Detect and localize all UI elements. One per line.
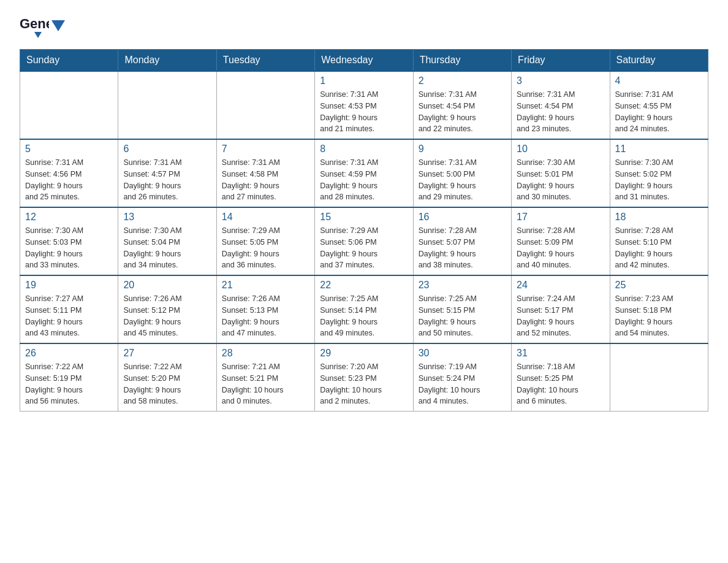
calendar-cell: 10Sunrise: 7:30 AM Sunset: 5:01 PM Dayli… [512, 139, 610, 207]
day-info: Sunrise: 7:18 AM Sunset: 5:25 PM Dayligh… [517, 361, 604, 407]
logo-icon: General [20, 15, 49, 38]
day-info: Sunrise: 7:29 AM Sunset: 5:06 PM Dayligh… [320, 225, 408, 271]
day-info: Sunrise: 7:25 AM Sunset: 5:14 PM Dayligh… [320, 293, 408, 339]
day-info: Sunrise: 7:26 AM Sunset: 5:12 PM Dayligh… [123, 293, 211, 339]
day-info: Sunrise: 7:31 AM Sunset: 4:54 PM Dayligh… [419, 89, 506, 135]
svg-marker-1 [34, 32, 42, 38]
week-row-4: 19Sunrise: 7:27 AM Sunset: 5:11 PM Dayli… [20, 275, 708, 343]
day-number: 19 [25, 280, 113, 291]
day-info: Sunrise: 7:29 AM Sunset: 5:05 PM Dayligh… [222, 225, 309, 271]
calendar-cell: 29Sunrise: 7:20 AM Sunset: 5:23 PM Dayli… [315, 343, 413, 412]
col-header-wednesday: Wednesday [315, 50, 413, 72]
day-number: 26 [25, 348, 113, 359]
svg-text:General: General [20, 16, 49, 31]
day-info: Sunrise: 7:22 AM Sunset: 5:19 PM Dayligh… [25, 361, 113, 407]
calendar-cell: 17Sunrise: 7:28 AM Sunset: 5:09 PM Dayli… [512, 207, 610, 275]
day-info: Sunrise: 7:31 AM Sunset: 4:56 PM Dayligh… [25, 157, 113, 203]
day-number: 10 [517, 144, 604, 155]
day-number: 18 [615, 212, 703, 223]
calendar-cell: 2Sunrise: 7:31 AM Sunset: 4:54 PM Daylig… [413, 71, 511, 139]
calendar-cell: 7Sunrise: 7:31 AM Sunset: 4:58 PM Daylig… [216, 139, 314, 207]
day-number: 15 [320, 212, 408, 223]
day-number: 31 [517, 348, 604, 359]
day-info: Sunrise: 7:31 AM Sunset: 5:00 PM Dayligh… [419, 157, 506, 203]
week-row-5: 26Sunrise: 7:22 AM Sunset: 5:19 PM Dayli… [20, 343, 708, 412]
day-number: 5 [25, 144, 113, 155]
day-number: 2 [419, 75, 506, 86]
week-row-3: 12Sunrise: 7:30 AM Sunset: 5:03 PM Dayli… [20, 207, 708, 275]
day-number: 4 [615, 75, 703, 86]
day-info: Sunrise: 7:31 AM Sunset: 4:54 PM Dayligh… [517, 89, 604, 135]
day-info: Sunrise: 7:19 AM Sunset: 5:24 PM Dayligh… [419, 361, 506, 407]
day-number: 16 [419, 212, 506, 223]
calendar-cell: 12Sunrise: 7:30 AM Sunset: 5:03 PM Dayli… [20, 207, 118, 275]
day-number: 17 [517, 212, 604, 223]
day-number: 20 [123, 280, 211, 291]
day-number: 7 [222, 144, 309, 155]
day-number: 29 [320, 348, 408, 359]
day-number: 24 [517, 280, 604, 291]
calendar-cell: 18Sunrise: 7:28 AM Sunset: 5:10 PM Dayli… [610, 207, 708, 275]
calendar-cell: 21Sunrise: 7:26 AM Sunset: 5:13 PM Dayli… [216, 275, 314, 343]
calendar-cell: 24Sunrise: 7:24 AM Sunset: 5:17 PM Dayli… [512, 275, 610, 343]
calendar-cell: 3Sunrise: 7:31 AM Sunset: 4:54 PM Daylig… [512, 71, 610, 139]
logo-text [50, 21, 65, 31]
day-number: 11 [615, 144, 703, 155]
day-number: 8 [320, 144, 408, 155]
day-info: Sunrise: 7:30 AM Sunset: 5:02 PM Dayligh… [615, 157, 703, 203]
calendar-cell [216, 71, 314, 139]
calendar-cell: 1Sunrise: 7:31 AM Sunset: 4:53 PM Daylig… [315, 71, 413, 139]
calendar-header-row: SundayMondayTuesdayWednesdayThursdayFrid… [20, 50, 708, 72]
day-info: Sunrise: 7:26 AM Sunset: 5:13 PM Dayligh… [222, 293, 309, 339]
col-header-friday: Friday [512, 50, 610, 72]
day-info: Sunrise: 7:21 AM Sunset: 5:21 PM Dayligh… [222, 361, 309, 407]
calendar-cell: 9Sunrise: 7:31 AM Sunset: 5:00 PM Daylig… [413, 139, 511, 207]
calendar-cell: 5Sunrise: 7:31 AM Sunset: 4:56 PM Daylig… [20, 139, 118, 207]
calendar-cell [610, 343, 708, 412]
col-header-saturday: Saturday [610, 50, 708, 72]
col-header-monday: Monday [118, 50, 216, 72]
day-info: Sunrise: 7:31 AM Sunset: 4:58 PM Dayligh… [222, 157, 309, 203]
day-info: Sunrise: 7:31 AM Sunset: 4:55 PM Dayligh… [615, 89, 703, 135]
day-number: 14 [222, 212, 309, 223]
calendar-cell: 31Sunrise: 7:18 AM Sunset: 5:25 PM Dayli… [512, 343, 610, 412]
day-number: 30 [419, 348, 506, 359]
calendar-cell: 14Sunrise: 7:29 AM Sunset: 5:05 PM Dayli… [216, 207, 314, 275]
day-number: 21 [222, 280, 309, 291]
week-row-1: 1Sunrise: 7:31 AM Sunset: 4:53 PM Daylig… [20, 71, 708, 139]
logo-triangle-icon [51, 20, 65, 34]
day-info: Sunrise: 7:30 AM Sunset: 5:03 PM Dayligh… [25, 225, 113, 271]
logo: General [20, 15, 65, 38]
day-info: Sunrise: 7:25 AM Sunset: 5:15 PM Dayligh… [419, 293, 506, 339]
calendar-cell: 16Sunrise: 7:28 AM Sunset: 5:07 PM Dayli… [413, 207, 511, 275]
day-number: 13 [123, 212, 211, 223]
calendar-cell: 25Sunrise: 7:23 AM Sunset: 5:18 PM Dayli… [610, 275, 708, 343]
svg-marker-2 [51, 20, 65, 31]
col-header-tuesday: Tuesday [216, 50, 314, 72]
calendar-cell: 4Sunrise: 7:31 AM Sunset: 4:55 PM Daylig… [610, 71, 708, 139]
calendar-cell: 22Sunrise: 7:25 AM Sunset: 5:14 PM Dayli… [315, 275, 413, 343]
calendar-cell: 30Sunrise: 7:19 AM Sunset: 5:24 PM Dayli… [413, 343, 511, 412]
day-info: Sunrise: 7:31 AM Sunset: 4:57 PM Dayligh… [123, 157, 211, 203]
day-info: Sunrise: 7:28 AM Sunset: 5:10 PM Dayligh… [615, 225, 703, 271]
calendar-cell: 8Sunrise: 7:31 AM Sunset: 4:59 PM Daylig… [315, 139, 413, 207]
day-number: 9 [419, 144, 506, 155]
day-info: Sunrise: 7:23 AM Sunset: 5:18 PM Dayligh… [615, 293, 703, 339]
calendar-cell: 23Sunrise: 7:25 AM Sunset: 5:15 PM Dayli… [413, 275, 511, 343]
day-number: 27 [123, 348, 211, 359]
day-info: Sunrise: 7:31 AM Sunset: 4:53 PM Dayligh… [320, 89, 408, 135]
day-number: 12 [25, 212, 113, 223]
day-number: 3 [517, 75, 604, 86]
calendar-table: SundayMondayTuesdayWednesdayThursdayFrid… [20, 49, 708, 412]
calendar-cell: 28Sunrise: 7:21 AM Sunset: 5:21 PM Dayli… [216, 343, 314, 412]
calendar-cell: 27Sunrise: 7:22 AM Sunset: 5:20 PM Dayli… [118, 343, 216, 412]
page-header: General [20, 15, 708, 38]
calendar-cell: 26Sunrise: 7:22 AM Sunset: 5:19 PM Dayli… [20, 343, 118, 412]
day-number: 23 [419, 280, 506, 291]
day-info: Sunrise: 7:28 AM Sunset: 5:09 PM Dayligh… [517, 225, 604, 271]
day-info: Sunrise: 7:20 AM Sunset: 5:23 PM Dayligh… [320, 361, 408, 407]
day-info: Sunrise: 7:30 AM Sunset: 5:01 PM Dayligh… [517, 157, 604, 203]
day-info: Sunrise: 7:30 AM Sunset: 5:04 PM Dayligh… [123, 225, 211, 271]
day-info: Sunrise: 7:24 AM Sunset: 5:17 PM Dayligh… [517, 293, 604, 339]
day-number: 28 [222, 348, 309, 359]
